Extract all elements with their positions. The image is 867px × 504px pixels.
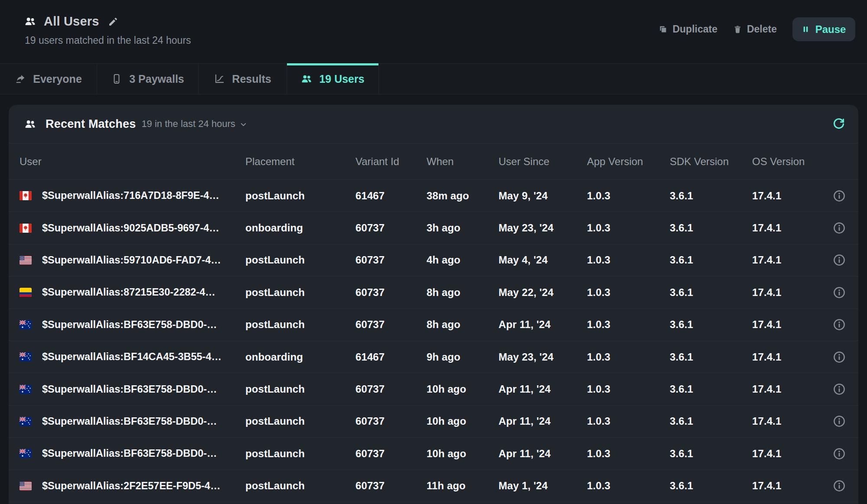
cell-user: $SuperwallAlias:BF63E758-DBD0-… <box>20 416 245 427</box>
flag-ca-icon <box>20 191 32 200</box>
cell-when: 10h ago <box>427 383 499 395</box>
flag-co-icon <box>20 288 32 297</box>
cell-user: $SuperwallAlias:BF63E758-DBD0-… <box>20 448 245 459</box>
cell-sdk: 3.6.1 <box>670 448 752 460</box>
cell-when: 11h ago <box>427 480 499 492</box>
cell-placement: onboarding <box>245 222 355 234</box>
table-row[interactable]: $SuperwallAlias:59710AD6-FAD7-4…postLaun… <box>9 244 858 276</box>
table-row[interactable]: $SuperwallAlias:BF63E758-DBD0-…postLaunc… <box>9 309 858 341</box>
column-header-user-since: User Since <box>499 156 587 168</box>
table-row[interactable]: $SuperwallAlias:87215E30-2282-4…postLaun… <box>9 276 858 309</box>
refresh-button[interactable] <box>832 117 845 130</box>
panel-header: Recent Matches 19 in the last 24 hours <box>9 105 858 143</box>
users-icon <box>24 118 36 130</box>
column-header-app-version: App Version <box>587 156 670 168</box>
delete-button[interactable]: Delete <box>733 23 777 35</box>
cell-since: May 4, '24 <box>499 254 587 266</box>
cell-placement: postLaunch <box>245 190 355 202</box>
cell-sdk: 3.6.1 <box>670 222 752 234</box>
cell-since: Apr 11, '24 <box>499 448 587 460</box>
cell-variant: 60737 <box>355 383 427 395</box>
cell-sdk: 3.6.1 <box>670 190 752 202</box>
cell-user: $SuperwallAlias:BF63E758-DBD0-… <box>20 319 245 331</box>
cell-user: $SuperwallAlias:716A7D18-8F9E-4… <box>20 190 245 202</box>
cell-placement: postLaunch <box>245 383 355 395</box>
chart-icon <box>214 73 225 85</box>
tab-paywalls[interactable]: 3 Paywalls <box>97 64 199 94</box>
recent-matches-panel: Recent Matches 19 in the last 24 hours U… <box>9 105 858 504</box>
cell-when: 38m ago <box>427 190 499 202</box>
info-icon[interactable] <box>833 254 846 267</box>
column-header-user: User <box>20 156 245 168</box>
info-icon[interactable] <box>833 221 846 234</box>
info-icon[interactable] <box>833 415 846 428</box>
panel-subtitle[interactable]: 19 in the last 24 hours <box>141 118 235 130</box>
cell-app: 1.0.3 <box>587 351 670 363</box>
info-icon[interactable] <box>833 318 846 331</box>
edit-icon[interactable] <box>108 16 118 27</box>
column-header-sdk-version: SDK Version <box>670 156 752 168</box>
chevron-down-icon[interactable] <box>239 120 248 129</box>
cell-user: $SuperwallAlias:87215E30-2282-4… <box>20 286 245 298</box>
cell-placement: postLaunch <box>245 415 355 427</box>
cell-variant: 60737 <box>355 254 427 266</box>
cell-sdk: 3.6.1 <box>670 383 752 395</box>
cell-variant: 61467 <box>355 351 427 363</box>
pause-icon <box>802 26 809 33</box>
cell-user: $SuperwallAlias:BF14CA45-3B55-4… <box>20 351 245 363</box>
cell-when: 9h ago <box>427 351 499 363</box>
cell-os: 17.4.1 <box>752 319 824 331</box>
tab-results[interactable]: Results <box>199 64 287 94</box>
cell-variant: 60737 <box>355 480 427 492</box>
flag-au-icon <box>20 385 32 394</box>
table-row[interactable]: $SuperwallAlias:2F2E57EE-F9D5-4…postLaun… <box>9 470 858 502</box>
table-body: $SuperwallAlias:716A7D18-8F9E-4…postLaun… <box>9 180 858 502</box>
table-row[interactable]: $SuperwallAlias:716A7D18-8F9E-4…postLaun… <box>9 180 858 212</box>
trash-icon <box>733 25 742 34</box>
cell-sdk: 3.6.1 <box>670 286 752 299</box>
info-icon[interactable] <box>833 383 846 396</box>
cell-os: 17.4.1 <box>752 383 824 395</box>
cell-placement: postLaunch <box>245 254 355 266</box>
cell-sdk: 3.6.1 <box>670 351 752 363</box>
table-row[interactable]: $SuperwallAlias:BF63E758-DBD0-…postLaunc… <box>9 373 858 405</box>
cell-os: 17.4.1 <box>752 254 824 266</box>
cell-user: $SuperwallAlias:59710AD6-FAD7-4… <box>20 254 245 266</box>
info-icon[interactable] <box>833 447 846 460</box>
cell-os: 17.4.1 <box>752 222 824 234</box>
cell-when: 10h ago <box>427 448 499 460</box>
cell-since: May 23, '24 <box>499 222 587 234</box>
info-icon[interactable] <box>833 351 846 364</box>
cell-since: Apr 11, '24 <box>499 383 587 395</box>
cell-since: May 22, '24 <box>499 286 587 299</box>
table-row[interactable]: $SuperwallAlias:BF14CA45-3B55-4…onboardi… <box>9 341 858 373</box>
info-icon[interactable] <box>833 189 846 202</box>
users-icon <box>24 16 36 27</box>
table-row[interactable]: $SuperwallAlias:BF63E758-DBD0-…postLaunc… <box>9 438 858 470</box>
duplicate-button[interactable]: Duplicate <box>658 23 717 35</box>
table-row[interactable]: $SuperwallAlias:9025ADB5-9697-4…onboardi… <box>9 212 858 244</box>
table-row[interactable]: $SuperwallAlias:BF63E758-DBD0-…postLaunc… <box>9 406 858 438</box>
cell-since: Apr 11, '24 <box>499 415 587 427</box>
flag-us-icon <box>20 256 32 265</box>
flag-au-icon <box>20 320 32 329</box>
column-header-variant-id: Variant Id <box>355 156 427 168</box>
cell-app: 1.0.3 <box>587 480 670 492</box>
table-header: UserPlacementVariant IdWhenUser SinceApp… <box>9 143 858 180</box>
cell-variant: 60737 <box>355 448 427 460</box>
flag-au-icon <box>20 449 32 458</box>
cell-when: 10h ago <box>427 415 499 427</box>
cell-os: 17.4.1 <box>752 190 824 202</box>
duplicate-icon <box>658 25 668 34</box>
tab-users[interactable]: 19 Users <box>287 64 379 94</box>
cell-variant: 60737 <box>355 415 427 427</box>
cell-app: 1.0.3 <box>587 190 670 202</box>
column-header-when: When <box>427 156 499 168</box>
cell-user: $SuperwallAlias:BF63E758-DBD0-… <box>20 384 245 395</box>
info-icon[interactable] <box>833 286 846 299</box>
pause-button[interactable]: Pause <box>792 17 855 41</box>
cell-when: 8h ago <box>427 286 499 299</box>
tab-everyone[interactable]: Everyone <box>0 64 97 94</box>
flag-au-icon <box>20 417 32 426</box>
info-icon[interactable] <box>833 479 846 492</box>
